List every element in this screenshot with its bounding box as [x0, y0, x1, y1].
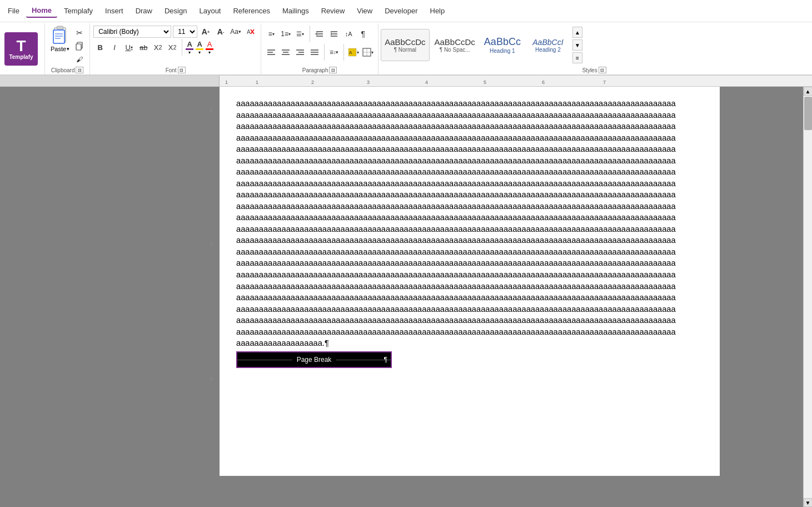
svg-rect-3: [55, 33, 63, 34]
font-family-select[interactable]: Calibri (Body): [93, 26, 171, 38]
text-highlight-button[interactable]: A ▾: [205, 40, 214, 55]
menu-view[interactable]: View: [351, 4, 378, 17]
paste-label: Paste: [51, 46, 66, 52]
styles-expand[interactable]: ⊡: [599, 67, 606, 73]
style-h1-label: Heading 1: [490, 48, 515, 54]
style-heading2[interactable]: AaBbCcI Heading 2: [526, 29, 570, 61]
text-line: aaaaaaaaaaaaaaaaaaaaaaaaaaaaaaaaaaaaaaaa…: [236, 110, 703, 121]
numbering-button[interactable]: 1≡▾: [279, 28, 292, 40]
style-normal-preview: AaBbCcDc: [385, 37, 425, 47]
superscript-button[interactable]: X2: [166, 41, 179, 53]
font-size-select[interactable]: 11: [173, 26, 197, 38]
shading-icon: A: [348, 48, 357, 57]
left-margin: 2 3 4 5 6: [0, 87, 220, 507]
align-right-button[interactable]: [293, 46, 307, 58]
style-normal-label: ¶ Normal: [394, 47, 416, 53]
style-no-spacing[interactable]: AaBbCcDc ¶ No Spac...: [431, 29, 479, 61]
paragraph-group-label: Paragraph: [302, 67, 328, 73]
decrease-indent-icon: [315, 30, 324, 38]
text-line: aaaaaaaaaaaaaaaaaaaaaaaaaaaaaaaaaaaaaaaa…: [236, 269, 703, 281]
text-line: aaaaaaaaaaaaaaaaaaaaaaaaaaaaaaaaaaaaaaaa…: [236, 178, 703, 190]
align-right-icon: [296, 48, 305, 56]
menu-home[interactable]: Home: [26, 4, 57, 18]
last-text-line: aaaaaaaaaaaaaaaaaaa.¶: [236, 337, 703, 349]
templafy-button[interactable]: T Templafy: [4, 32, 38, 66]
scroll-down-button[interactable]: ▼: [804, 498, 813, 507]
text-line: aaaaaaaaaaaaaaaaaaaaaaaaaaaaaaaaaaaaaaaa…: [236, 257, 703, 269]
line-spacing-button[interactable]: ≡↕▾: [327, 46, 341, 58]
menu-references[interactable]: References: [227, 4, 275, 17]
text-line: aaaaaaaaaaaaaaaaaaaaaaaaaaaaaaaaaaaaaaaa…: [236, 212, 703, 223]
font-expand[interactable]: ⊡: [178, 67, 186, 73]
styles-scroll-up[interactable]: ▲: [572, 27, 582, 38]
menu-review[interactable]: Review: [316, 4, 351, 17]
sort-button[interactable]: ↕A: [342, 28, 355, 40]
menu-developer[interactable]: Developer: [379, 4, 423, 17]
format-painter-button[interactable]: 🖌: [73, 53, 86, 66]
page-break-container: Page Break ¶: [236, 351, 703, 368]
styles-more-button[interactable]: ≡: [572, 52, 582, 63]
scroll-up-button[interactable]: ▲: [804, 87, 813, 96]
text-line: aaaaaaaaaaaaaaaaaaaaaaaaaaaaaaaaaaaaaaaa…: [236, 132, 703, 144]
paste-icon: [51, 26, 69, 46]
increase-indent-icon: [330, 30, 338, 38]
text-line: aaaaaaaaaaaaaaaaaaaaaaaaaaaaaaaaaaaaaaaa…: [236, 246, 703, 258]
highlight-color-button[interactable]: A ▾: [195, 40, 204, 55]
borders-button[interactable]: ▾: [361, 46, 375, 58]
pilcrow-button[interactable]: ¶: [356, 28, 370, 40]
styles-scroll-down[interactable]: ▼: [572, 39, 582, 51]
font-group-label: Font: [166, 67, 177, 73]
templafy-label: Templafy: [9, 54, 33, 60]
svg-rect-1: [57, 26, 63, 29]
page-break-element[interactable]: Page Break ¶: [236, 351, 392, 368]
italic-button[interactable]: I: [108, 41, 121, 53]
text-line: aaaaaaaaaaaaaaaaaaaaaaaaaaaaaaaaaaaaaaaa…: [236, 201, 703, 212]
shading-button[interactable]: A ▾: [347, 46, 360, 58]
clear-formatting-button[interactable]: A: [244, 26, 257, 38]
menu-file[interactable]: File: [2, 4, 25, 17]
paste-dropdown-icon[interactable]: ▾: [67, 46, 69, 52]
menu-layout[interactable]: Layout: [193, 4, 226, 17]
decrease-indent-button[interactable]: [313, 28, 326, 40]
menu-help[interactable]: Help: [425, 4, 451, 17]
font-color-button[interactable]: A ▾: [185, 40, 194, 55]
text-line: aaaaaaaaaaaaaaaaaaaaaaaaaaaaaaaaaaaaaaaa…: [236, 292, 703, 304]
strikethrough-button[interactable]: ab: [137, 41, 150, 53]
text-line: aaaaaaaaaaaaaaaaaaaaaaaaaaaaaaaaaaaaaaaa…: [236, 326, 703, 338]
menu-draw[interactable]: Draw: [130, 4, 158, 17]
menu-mailings[interactable]: Mailings: [277, 4, 315, 17]
text-line: aaaaaaaaaaaaaaaaaaaaaaaaaaaaaaaaaaaaaaaa…: [236, 235, 703, 246]
increase-indent-button[interactable]: [327, 28, 341, 40]
clipboard-expand[interactable]: ⊡: [76, 67, 83, 73]
page-break-symbol: ¶: [384, 356, 387, 364]
paragraph-expand[interactable]: ⊡: [329, 67, 337, 73]
style-heading1[interactable]: AaBbCc Heading 1: [480, 29, 525, 61]
style-h2-label: Heading 2: [535, 47, 561, 53]
style-normal[interactable]: AaBbCcDc ¶ Normal: [381, 29, 429, 61]
multilevel-list-button[interactable]: ☰▾: [293, 28, 307, 40]
document-page[interactable]: aaaaaaaaaaaaaaaaaaaaaaaaaaaaaaaaaaaaaaaa…: [220, 87, 720, 476]
menu-templafy[interactable]: Templafy: [58, 4, 98, 17]
menu-insert[interactable]: Insert: [99, 4, 129, 17]
increase-font-button[interactable]: A+: [199, 26, 212, 38]
bold-button[interactable]: B: [93, 41, 107, 53]
subscript-button[interactable]: X2: [151, 41, 165, 53]
text-line: aaaaaaaaaaaaaaaaaaaaaaaaaaaaaaaaaaaaaaaa…: [236, 304, 703, 315]
copy-button[interactable]: [73, 40, 86, 52]
align-center-button[interactable]: [279, 46, 292, 58]
scroll-thumb[interactable]: [804, 97, 812, 130]
bullets-button[interactable]: ≡▾: [265, 28, 278, 40]
underline-button[interactable]: U▾: [122, 41, 136, 53]
decrease-font-button[interactable]: A-: [214, 26, 227, 38]
page-break-text: Page Break: [292, 356, 336, 364]
change-case-button[interactable]: Aa▾: [229, 26, 242, 38]
scrollbar-vertical[interactable]: ▲ ▼: [803, 87, 812, 507]
document-text[interactable]: aaaaaaaaaaaaaaaaaaaaaaaaaaaaaaaaaaaaaaaa…: [236, 98, 703, 349]
align-left-button[interactable]: [265, 46, 278, 58]
text-line: aaaaaaaaaaaaaaaaaaaaaaaaaaaaaaaaaaaaaaaa…: [236, 189, 703, 201]
paste-button[interactable]: Paste ▾: [48, 24, 72, 53]
cut-button[interactable]: ✂: [73, 27, 86, 39]
justify-button[interactable]: [308, 46, 321, 58]
menu-design[interactable]: Design: [159, 4, 192, 17]
text-line: aaaaaaaaaaaaaaaaaaaaaaaaaaaaaaaaaaaaaaaa…: [236, 223, 703, 235]
